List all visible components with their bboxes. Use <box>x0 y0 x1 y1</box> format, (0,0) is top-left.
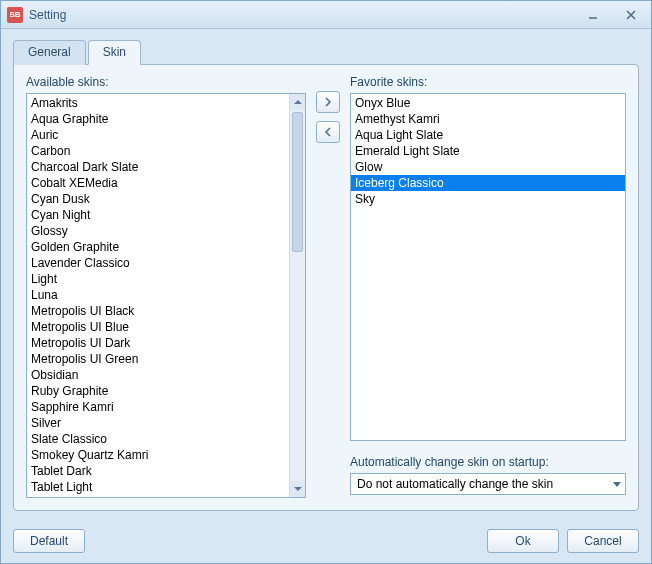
available-scrollbar[interactable] <box>289 94 305 497</box>
list-item[interactable]: Silver <box>27 415 289 431</box>
list-item[interactable]: Slate Classico <box>27 431 289 447</box>
chevron-left-icon <box>324 127 332 137</box>
list-item[interactable]: Obsidian <box>27 367 289 383</box>
move-right-button[interactable] <box>316 91 340 113</box>
dialog-footer: Default Ok Cancel <box>1 521 651 563</box>
ok-button[interactable]: Ok <box>487 529 559 553</box>
default-button[interactable]: Default <box>13 529 85 553</box>
list-item[interactable]: Smokey Quartz Kamri <box>27 447 289 463</box>
favorite-skins-listbox[interactable]: Onyx BlueAmethyst KamriAqua Light SlateE… <box>350 93 626 441</box>
titlebar: SB Setting <box>1 1 651 29</box>
list-item[interactable]: Aqua Graphite <box>27 111 289 127</box>
scroll-thumb[interactable] <box>292 112 303 252</box>
available-skins-listbox[interactable]: AmakritsAqua GraphiteAuricCarbonCharcoal… <box>26 93 306 498</box>
chevron-up-icon <box>294 100 302 104</box>
list-item[interactable]: Iceberg Classico <box>351 175 625 191</box>
move-left-button[interactable] <box>316 121 340 143</box>
tabpanel-skin: Available skins: AmakritsAqua GraphiteAu… <box>13 64 639 511</box>
list-item[interactable]: Emerald Light Slate <box>351 143 625 159</box>
list-item[interactable]: Tablet Dark <box>27 463 289 479</box>
list-item[interactable]: Glow <box>351 159 625 175</box>
tab-skin[interactable]: Skin <box>88 40 141 65</box>
chevron-right-icon <box>324 97 332 107</box>
cancel-button[interactable]: Cancel <box>567 529 639 553</box>
list-item[interactable]: Cyan Night <box>27 207 289 223</box>
list-item[interactable]: Luna <box>27 287 289 303</box>
favorite-skins-label: Favorite skins: <box>350 75 626 89</box>
tab-general[interactable]: General <box>13 40 86 65</box>
tabstrip: General Skin <box>13 39 639 64</box>
list-item[interactable]: Ruby Graphite <box>27 383 289 399</box>
list-item[interactable]: Carbon <box>27 143 289 159</box>
list-item[interactable]: Sapphire Kamri <box>27 399 289 415</box>
window-title: Setting <box>29 8 573 22</box>
list-item[interactable]: Amakrits <box>27 95 289 111</box>
scroll-down-button[interactable] <box>290 481 305 497</box>
dropdown-icon <box>613 482 621 487</box>
auto-change-value: Do not automatically change the skin <box>357 477 613 491</box>
list-item[interactable]: Tablet Light <box>27 479 289 495</box>
auto-change-label: Automatically change skin on startup: <box>350 455 626 469</box>
list-item[interactable]: Golden Graphite <box>27 239 289 255</box>
app-icon: SB <box>7 7 23 23</box>
auto-change-combobox[interactable]: Do not automatically change the skin <box>350 473 626 495</box>
chevron-down-icon <box>294 487 302 491</box>
close-icon <box>626 10 636 20</box>
list-item[interactable]: Metropolis UI Dark <box>27 335 289 351</box>
minimize-button[interactable] <box>575 5 611 25</box>
list-item[interactable]: Aqua Light Slate <box>351 127 625 143</box>
list-item[interactable]: Amethyst Kamri <box>351 111 625 127</box>
list-item[interactable]: Charcoal Dark Slate <box>27 159 289 175</box>
minimize-icon <box>588 10 598 20</box>
list-item[interactable]: Onyx Blue <box>351 95 625 111</box>
list-item[interactable]: Sky <box>351 191 625 207</box>
list-item[interactable]: Metropolis UI Green <box>27 351 289 367</box>
scroll-up-button[interactable] <box>290 94 305 110</box>
available-skins-label: Available skins: <box>26 75 306 89</box>
list-item[interactable]: Glossy <box>27 223 289 239</box>
list-item[interactable]: Metropolis UI Blue <box>27 319 289 335</box>
close-button[interactable] <box>613 5 649 25</box>
list-item[interactable]: Lavender Classico <box>27 255 289 271</box>
list-item[interactable]: Cobalt XEMedia <box>27 175 289 191</box>
list-item[interactable]: Auric <box>27 127 289 143</box>
list-item[interactable]: Cyan Dusk <box>27 191 289 207</box>
settings-dialog: SB Setting General Skin Available skins:… <box>0 0 652 564</box>
list-item[interactable]: Light <box>27 271 289 287</box>
list-item[interactable]: Metropolis UI Black <box>27 303 289 319</box>
